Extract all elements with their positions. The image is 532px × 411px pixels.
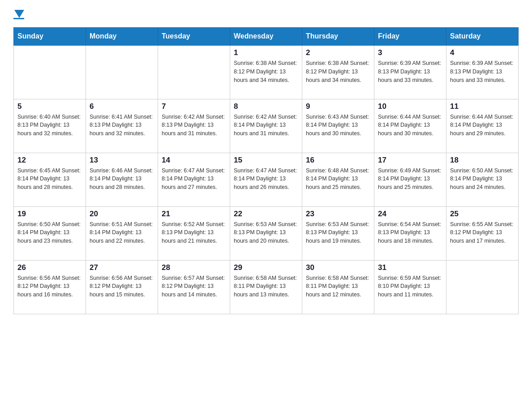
day-info: Sunrise: 6:38 AM Sunset: 8:12 PM Dayligh… [234,59,298,84]
day-info: Sunrise: 6:53 AM Sunset: 8:13 PM Dayligh… [234,220,298,245]
day-of-week-header: Tuesday [158,28,230,46]
day-info: Sunrise: 6:43 AM Sunset: 8:14 PM Dayligh… [306,113,370,138]
day-info: Sunrise: 6:57 AM Sunset: 8:12 PM Dayligh… [162,274,226,299]
calendar-cell: 28Sunrise: 6:57 AM Sunset: 8:12 PM Dayli… [158,260,230,314]
day-info: Sunrise: 6:47 AM Sunset: 8:14 PM Dayligh… [234,167,298,192]
calendar-cell: 5Sunrise: 6:40 AM Sunset: 8:13 PM Daylig… [14,99,86,153]
page-header [13,9,519,19]
calendar-cell: 23Sunrise: 6:53 AM Sunset: 8:13 PM Dayli… [302,206,374,260]
calendar-cell: 10Sunrise: 6:44 AM Sunset: 8:14 PM Dayli… [374,99,446,153]
day-number: 3 [378,48,442,57]
day-number: 2 [306,48,370,57]
day-info: Sunrise: 6:54 AM Sunset: 8:13 PM Dayligh… [378,220,442,245]
calendar-cell: 11Sunrise: 6:44 AM Sunset: 8:14 PM Dayli… [446,99,519,153]
day-info: Sunrise: 6:39 AM Sunset: 8:13 PM Dayligh… [378,59,442,84]
calendar-week-row: 12Sunrise: 6:45 AM Sunset: 8:14 PM Dayli… [14,153,519,206]
day-number: 7 [162,102,226,111]
day-of-week-header: Wednesday [230,28,302,46]
day-number: 16 [306,156,370,165]
calendar-cell: 26Sunrise: 6:56 AM Sunset: 8:12 PM Dayli… [14,260,86,314]
calendar-cell: 2Sunrise: 6:38 AM Sunset: 8:12 PM Daylig… [302,45,374,99]
calendar-week-row: 5Sunrise: 6:40 AM Sunset: 8:13 PM Daylig… [14,99,519,153]
day-number: 15 [234,156,298,165]
day-number: 13 [90,156,154,165]
day-number: 30 [306,263,370,272]
calendar-cell: 29Sunrise: 6:58 AM Sunset: 8:11 PM Dayli… [230,260,302,314]
day-info: Sunrise: 6:58 AM Sunset: 8:11 PM Dayligh… [234,274,298,299]
day-number: 28 [162,263,226,272]
calendar-cell: 8Sunrise: 6:42 AM Sunset: 8:14 PM Daylig… [230,99,302,153]
day-number: 12 [17,156,82,165]
calendar-cell: 31Sunrise: 6:59 AM Sunset: 8:10 PM Dayli… [374,260,446,314]
calendar-cell: 16Sunrise: 6:48 AM Sunset: 8:14 PM Dayli… [302,153,374,206]
svg-marker-0 [14,10,24,18]
day-info: Sunrise: 6:42 AM Sunset: 8:13 PM Dayligh… [162,113,226,138]
day-info: Sunrise: 6:39 AM Sunset: 8:13 PM Dayligh… [450,59,515,84]
day-number: 22 [234,210,298,218]
day-info: Sunrise: 6:51 AM Sunset: 8:14 PM Dayligh… [90,220,154,245]
calendar-cell: 14Sunrise: 6:47 AM Sunset: 8:14 PM Dayli… [158,153,230,206]
day-number: 18 [450,156,515,165]
day-number: 17 [378,156,442,165]
day-info: Sunrise: 6:45 AM Sunset: 8:14 PM Dayligh… [17,167,82,192]
calendar-table: SundayMondayTuesdayWednesdayThursdayFrid… [13,27,519,314]
calendar-header-row: SundayMondayTuesdayWednesdayThursdayFrid… [14,28,519,46]
day-info: Sunrise: 6:46 AM Sunset: 8:14 PM Dayligh… [90,167,154,192]
logo-arrow-icon [14,10,24,18]
calendar-cell: 30Sunrise: 6:58 AM Sunset: 8:11 PM Dayli… [302,260,374,314]
day-number: 9 [306,102,370,111]
day-number: 27 [90,263,154,272]
day-number: 20 [90,210,154,218]
calendar-cell [158,45,230,99]
day-of-week-header: Sunday [14,28,86,46]
calendar-cell: 21Sunrise: 6:52 AM Sunset: 8:13 PM Dayli… [158,206,230,260]
calendar-cell [86,45,158,99]
day-info: Sunrise: 6:50 AM Sunset: 8:14 PM Dayligh… [450,167,515,192]
day-of-week-header: Saturday [446,28,519,46]
day-info: Sunrise: 6:55 AM Sunset: 8:12 PM Dayligh… [450,220,515,245]
day-number: 19 [17,210,82,218]
calendar-cell: 3Sunrise: 6:39 AM Sunset: 8:13 PM Daylig… [374,45,446,99]
day-number: 1 [234,48,298,57]
day-info: Sunrise: 6:53 AM Sunset: 8:13 PM Dayligh… [306,220,370,245]
day-info: Sunrise: 6:56 AM Sunset: 8:12 PM Dayligh… [17,274,82,299]
day-info: Sunrise: 6:41 AM Sunset: 8:13 PM Dayligh… [90,113,154,138]
day-number: 8 [234,102,298,111]
calendar-cell: 1Sunrise: 6:38 AM Sunset: 8:12 PM Daylig… [230,45,302,99]
calendar-week-row: 1Sunrise: 6:38 AM Sunset: 8:12 PM Daylig… [14,45,519,99]
calendar-week-row: 26Sunrise: 6:56 AM Sunset: 8:12 PM Dayli… [14,260,519,314]
calendar-cell: 19Sunrise: 6:50 AM Sunset: 8:14 PM Dayli… [14,206,86,260]
day-number: 4 [450,48,515,57]
day-info: Sunrise: 6:38 AM Sunset: 8:12 PM Dayligh… [306,59,370,84]
calendar-cell [446,260,519,314]
day-info: Sunrise: 6:50 AM Sunset: 8:14 PM Dayligh… [17,220,82,245]
day-info: Sunrise: 6:59 AM Sunset: 8:10 PM Dayligh… [378,274,442,299]
day-info: Sunrise: 6:52 AM Sunset: 8:13 PM Dayligh… [162,220,226,245]
calendar-week-row: 19Sunrise: 6:50 AM Sunset: 8:14 PM Dayli… [14,206,519,260]
calendar-cell: 27Sunrise: 6:56 AM Sunset: 8:12 PM Dayli… [86,260,158,314]
day-number: 11 [450,102,515,111]
day-number: 26 [17,263,82,272]
day-info: Sunrise: 6:44 AM Sunset: 8:14 PM Dayligh… [450,113,515,138]
calendar-cell: 15Sunrise: 6:47 AM Sunset: 8:14 PM Dayli… [230,153,302,206]
day-info: Sunrise: 6:44 AM Sunset: 8:14 PM Dayligh… [378,113,442,138]
day-number: 23 [306,210,370,218]
day-info: Sunrise: 6:47 AM Sunset: 8:14 PM Dayligh… [162,167,226,192]
day-number: 10 [378,102,442,111]
day-info: Sunrise: 6:49 AM Sunset: 8:14 PM Dayligh… [378,167,442,192]
day-number: 6 [90,102,154,111]
calendar-cell: 4Sunrise: 6:39 AM Sunset: 8:13 PM Daylig… [446,45,519,99]
calendar-cell: 17Sunrise: 6:49 AM Sunset: 8:14 PM Dayli… [374,153,446,206]
day-number: 24 [378,210,442,218]
day-info: Sunrise: 6:56 AM Sunset: 8:12 PM Dayligh… [90,274,154,299]
day-number: 5 [17,102,82,111]
day-number: 29 [234,263,298,272]
calendar-cell: 7Sunrise: 6:42 AM Sunset: 8:13 PM Daylig… [158,99,230,153]
calendar-cell: 18Sunrise: 6:50 AM Sunset: 8:14 PM Dayli… [446,153,519,206]
day-info: Sunrise: 6:42 AM Sunset: 8:14 PM Dayligh… [234,113,298,138]
day-number: 31 [378,263,442,272]
day-info: Sunrise: 6:58 AM Sunset: 8:11 PM Dayligh… [306,274,370,299]
calendar-cell: 20Sunrise: 6:51 AM Sunset: 8:14 PM Dayli… [86,206,158,260]
logo [13,9,24,19]
day-info: Sunrise: 6:48 AM Sunset: 8:14 PM Dayligh… [306,167,370,192]
